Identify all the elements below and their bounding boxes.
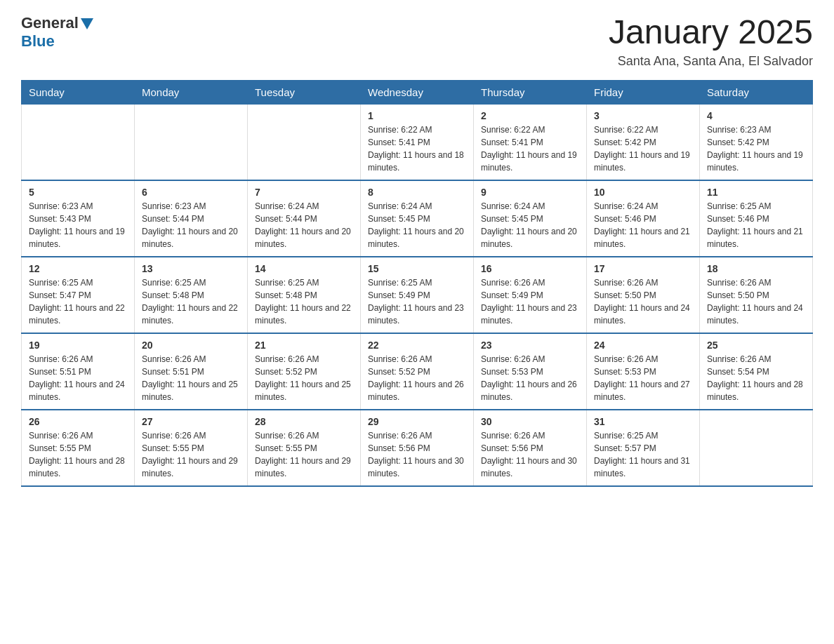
logo-row: General <box>21 14 93 32</box>
day-number: 25 <box>707 340 805 351</box>
logo: General Blue <box>21 14 93 51</box>
day-info: Sunrise: 6:25 AMSunset: 5:48 PMDaylight:… <box>255 276 353 327</box>
calendar-cell: 7Sunrise: 6:24 AMSunset: 5:44 PMDaylight… <box>248 180 361 257</box>
col-header-saturday: Saturday <box>700 80 813 104</box>
day-number: 3 <box>594 110 692 121</box>
logo-general-text: General <box>21 14 79 32</box>
day-info: Sunrise: 6:26 AMSunset: 5:49 PMDaylight:… <box>481 276 579 327</box>
day-info: Sunrise: 6:26 AMSunset: 5:52 PMDaylight:… <box>255 353 353 403</box>
day-info: Sunrise: 6:26 AMSunset: 5:56 PMDaylight:… <box>481 429 579 480</box>
calendar-cell: 25Sunrise: 6:26 AMSunset: 5:54 PMDayligh… <box>700 333 813 410</box>
day-number: 19 <box>29 340 127 351</box>
calendar-subtitle: Santa Ana, Santa Ana, El Salvador <box>609 54 813 69</box>
day-number: 23 <box>481 340 579 351</box>
day-info: Sunrise: 6:26 AMSunset: 5:52 PMDaylight:… <box>368 353 466 403</box>
week-row-2: 5Sunrise: 6:23 AMSunset: 5:43 PMDaylight… <box>22 180 813 257</box>
day-number: 15 <box>368 263 466 274</box>
day-info: Sunrise: 6:26 AMSunset: 5:55 PMDaylight:… <box>29 429 127 480</box>
col-header-friday: Friday <box>587 80 700 104</box>
day-info: Sunrise: 6:24 AMSunset: 5:44 PMDaylight:… <box>255 200 353 250</box>
day-number: 31 <box>594 416 692 427</box>
day-info: Sunrise: 6:26 AMSunset: 5:55 PMDaylight:… <box>255 429 353 480</box>
svg-marker-0 <box>81 18 93 29</box>
day-number: 26 <box>29 416 127 427</box>
logo-arrow-icon <box>81 18 93 29</box>
day-info: Sunrise: 6:26 AMSunset: 5:54 PMDaylight:… <box>707 353 805 403</box>
col-header-sunday: Sunday <box>22 80 135 104</box>
day-number: 4 <box>707 110 805 121</box>
calendar-cell <box>700 410 813 486</box>
day-info: Sunrise: 6:23 AMSunset: 5:44 PMDaylight:… <box>142 200 240 250</box>
calendar-cell: 18Sunrise: 6:26 AMSunset: 5:50 PMDayligh… <box>700 257 813 333</box>
page-header: General Blue January 2025 Santa Ana, San… <box>21 14 813 69</box>
calendar-cell: 31Sunrise: 6:25 AMSunset: 5:57 PMDayligh… <box>587 410 700 486</box>
day-number: 8 <box>368 187 466 198</box>
calendar-cell: 12Sunrise: 6:25 AMSunset: 5:47 PMDayligh… <box>22 257 135 333</box>
logo-blue-text: Blue <box>21 32 55 51</box>
day-info: Sunrise: 6:22 AMSunset: 5:41 PMDaylight:… <box>481 123 579 174</box>
day-info: Sunrise: 6:26 AMSunset: 5:51 PMDaylight:… <box>142 353 240 403</box>
calendar-cell: 17Sunrise: 6:26 AMSunset: 5:50 PMDayligh… <box>587 257 700 333</box>
calendar-cell: 5Sunrise: 6:23 AMSunset: 5:43 PMDaylight… <box>22 180 135 257</box>
calendar-cell: 1Sunrise: 6:22 AMSunset: 5:41 PMDaylight… <box>361 104 474 180</box>
day-info: Sunrise: 6:26 AMSunset: 5:56 PMDaylight:… <box>368 429 466 480</box>
day-number: 28 <box>255 416 353 427</box>
day-number: 2 <box>481 110 579 121</box>
day-info: Sunrise: 6:26 AMSunset: 5:50 PMDaylight:… <box>594 276 692 327</box>
calendar-cell: 6Sunrise: 6:23 AMSunset: 5:44 PMDaylight… <box>135 180 248 257</box>
day-info: Sunrise: 6:26 AMSunset: 5:53 PMDaylight:… <box>481 353 579 403</box>
calendar-cell: 26Sunrise: 6:26 AMSunset: 5:55 PMDayligh… <box>22 410 135 486</box>
col-header-wednesday: Wednesday <box>361 80 474 104</box>
day-number: 13 <box>142 263 240 274</box>
day-info: Sunrise: 6:25 AMSunset: 5:57 PMDaylight:… <box>594 429 692 480</box>
day-info: Sunrise: 6:26 AMSunset: 5:55 PMDaylight:… <box>142 429 240 480</box>
title-block: January 2025 Santa Ana, Santa Ana, El Sa… <box>609 14 813 69</box>
calendar-cell: 9Sunrise: 6:24 AMSunset: 5:45 PMDaylight… <box>474 180 587 257</box>
day-info: Sunrise: 6:22 AMSunset: 5:41 PMDaylight:… <box>368 123 466 174</box>
calendar-cell <box>22 104 135 180</box>
day-info: Sunrise: 6:25 AMSunset: 5:47 PMDaylight:… <box>29 276 127 327</box>
calendar-cell: 22Sunrise: 6:26 AMSunset: 5:52 PMDayligh… <box>361 333 474 410</box>
day-number: 12 <box>29 263 127 274</box>
calendar-cell: 11Sunrise: 6:25 AMSunset: 5:46 PMDayligh… <box>700 180 813 257</box>
calendar-cell: 16Sunrise: 6:26 AMSunset: 5:49 PMDayligh… <box>474 257 587 333</box>
day-info: Sunrise: 6:22 AMSunset: 5:42 PMDaylight:… <box>594 123 692 174</box>
calendar-cell: 10Sunrise: 6:24 AMSunset: 5:46 PMDayligh… <box>587 180 700 257</box>
calendar-cell: 21Sunrise: 6:26 AMSunset: 5:52 PMDayligh… <box>248 333 361 410</box>
calendar-cell: 30Sunrise: 6:26 AMSunset: 5:56 PMDayligh… <box>474 410 587 486</box>
week-row-5: 26Sunrise: 6:26 AMSunset: 5:55 PMDayligh… <box>22 410 813 486</box>
calendar-cell: 24Sunrise: 6:26 AMSunset: 5:53 PMDayligh… <box>587 333 700 410</box>
calendar-cell: 14Sunrise: 6:25 AMSunset: 5:48 PMDayligh… <box>248 257 361 333</box>
day-number: 5 <box>29 187 127 198</box>
day-number: 14 <box>255 263 353 274</box>
day-info: Sunrise: 6:24 AMSunset: 5:45 PMDaylight:… <box>368 200 466 250</box>
calendar-title: January 2025 <box>609 14 813 51</box>
calendar-cell: 2Sunrise: 6:22 AMSunset: 5:41 PMDaylight… <box>474 104 587 180</box>
calendar-cell: 29Sunrise: 6:26 AMSunset: 5:56 PMDayligh… <box>361 410 474 486</box>
day-number: 30 <box>481 416 579 427</box>
day-number: 22 <box>368 340 466 351</box>
week-row-3: 12Sunrise: 6:25 AMSunset: 5:47 PMDayligh… <box>22 257 813 333</box>
col-header-monday: Monday <box>135 80 248 104</box>
day-info: Sunrise: 6:26 AMSunset: 5:50 PMDaylight:… <box>707 276 805 327</box>
week-row-4: 19Sunrise: 6:26 AMSunset: 5:51 PMDayligh… <box>22 333 813 410</box>
calendar-cell: 4Sunrise: 6:23 AMSunset: 5:42 PMDaylight… <box>700 104 813 180</box>
day-info: Sunrise: 6:26 AMSunset: 5:53 PMDaylight:… <box>594 353 692 403</box>
day-number: 27 <box>142 416 240 427</box>
day-number: 10 <box>594 187 692 198</box>
day-number: 17 <box>594 263 692 274</box>
calendar-cell: 28Sunrise: 6:26 AMSunset: 5:55 PMDayligh… <box>248 410 361 486</box>
calendar-cell: 3Sunrise: 6:22 AMSunset: 5:42 PMDaylight… <box>587 104 700 180</box>
week-row-1: 1Sunrise: 6:22 AMSunset: 5:41 PMDaylight… <box>22 104 813 180</box>
day-number: 20 <box>142 340 240 351</box>
day-info: Sunrise: 6:24 AMSunset: 5:45 PMDaylight:… <box>481 200 579 250</box>
day-info: Sunrise: 6:23 AMSunset: 5:42 PMDaylight:… <box>707 123 805 174</box>
day-number: 24 <box>594 340 692 351</box>
calendar-header-row: SundayMondayTuesdayWednesdayThursdayFrid… <box>22 80 813 104</box>
day-number: 29 <box>368 416 466 427</box>
calendar-cell <box>248 104 361 180</box>
day-number: 1 <box>368 110 466 121</box>
day-info: Sunrise: 6:26 AMSunset: 5:51 PMDaylight:… <box>29 353 127 403</box>
day-number: 21 <box>255 340 353 351</box>
calendar-cell: 13Sunrise: 6:25 AMSunset: 5:48 PMDayligh… <box>135 257 248 333</box>
